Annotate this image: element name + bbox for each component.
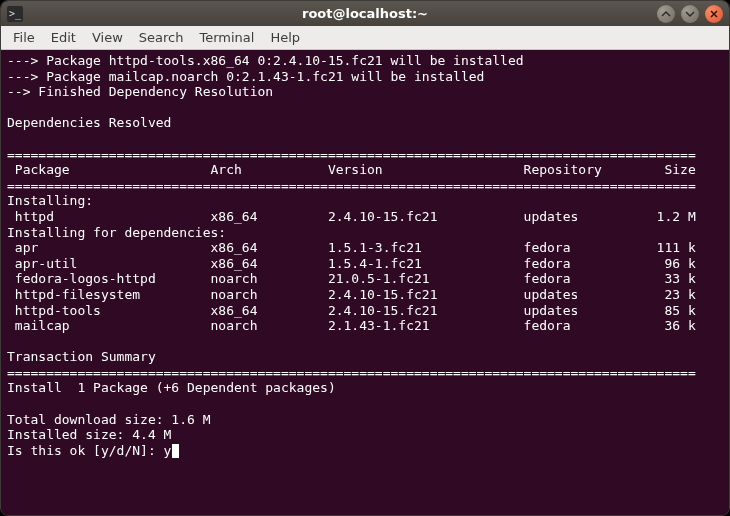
close-button[interactable] — [705, 5, 723, 23]
close-icon — [709, 9, 719, 19]
minimize-icon — [661, 9, 671, 19]
confirm-prompt: Is this ok [y/d/N]: — [7, 443, 164, 458]
terminal-output: ---> Package httpd-tools.x86_64 0:2.4.10… — [7, 53, 696, 442]
menu-edit[interactable]: Edit — [43, 27, 84, 48]
window-title: root@localhost:~ — [1, 6, 729, 21]
minimize-button[interactable] — [657, 5, 675, 23]
confirm-response: y — [164, 443, 172, 458]
terminal-viewport[interactable]: ---> Package httpd-tools.x86_64 0:2.4.10… — [1, 50, 729, 515]
menu-file[interactable]: File — [5, 27, 43, 48]
terminal-icon-glyph: >_ — [9, 8, 21, 19]
maximize-icon — [685, 9, 695, 19]
window-buttons — [657, 5, 723, 23]
menu-help[interactable]: Help — [262, 27, 308, 48]
menu-view[interactable]: View — [84, 27, 131, 48]
menu-search[interactable]: Search — [131, 27, 192, 48]
menu-bar: File Edit View Search Terminal Help — [1, 26, 729, 50]
maximize-button[interactable] — [681, 5, 699, 23]
menu-terminal[interactable]: Terminal — [191, 27, 262, 48]
terminal-icon: >_ — [7, 6, 23, 22]
text-cursor — [172, 444, 179, 458]
title-bar[interactable]: >_ root@localhost:~ — [1, 1, 729, 26]
terminal-window: >_ root@localhost:~ File Edit View Searc… — [0, 0, 730, 516]
